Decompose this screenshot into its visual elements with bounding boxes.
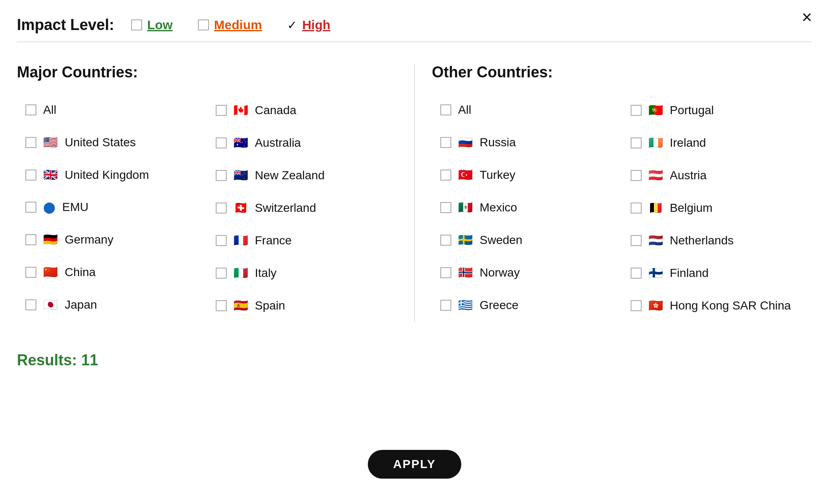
list-item[interactable]: 🇩🇪 Germany [17, 223, 207, 256]
country-name: Hong Kong SAR China [670, 299, 791, 312]
country-name: Belgium [670, 201, 713, 215]
country-checkbox[interactable] [440, 267, 451, 278]
other-countries-section: Other Countries: All 🇷🇺 Russia 🇹🇷 [432, 63, 812, 322]
country-checkbox[interactable] [216, 300, 227, 311]
country-checkbox[interactable] [216, 170, 227, 181]
country-checkbox[interactable] [216, 268, 227, 279]
country-name: Turkey [480, 168, 516, 182]
country-flag: 🇯🇵 [43, 298, 58, 312]
country-checkbox[interactable] [631, 203, 642, 214]
list-item[interactable]: 🇫🇮 Finland [622, 257, 813, 289]
filter-low[interactable]: Low [131, 18, 173, 32]
country-name: Italy [255, 266, 277, 280]
country-checkbox[interactable] [216, 203, 227, 214]
low-label: Low [147, 18, 173, 32]
country-checkbox[interactable] [25, 234, 36, 245]
country-flag: 🇷🇺 [458, 135, 473, 149]
list-item[interactable]: 🇭🇰 Hong Kong SAR China [622, 289, 813, 322]
country-checkbox[interactable] [25, 267, 36, 278]
country-checkbox[interactable] [216, 137, 227, 148]
low-checkbox[interactable] [131, 19, 142, 30]
country-checkbox[interactable] [25, 299, 36, 310]
major-countries-grid: All 🇺🇸 United States 🇬🇧 United Kingdom [17, 94, 397, 322]
list-item[interactable]: 🇦🇺 Australia [207, 126, 398, 159]
list-item[interactable]: 🇳🇿 New Zealand [207, 159, 398, 192]
list-item[interactable]: All [17, 94, 207, 126]
list-item[interactable]: 🇲🇽 Mexico [432, 191, 622, 224]
country-checkbox[interactable] [25, 104, 36, 115]
country-flag: ⬤ [43, 201, 55, 214]
list-item[interactable]: 🇫🇷 France [207, 224, 398, 257]
list-item[interactable]: All [432, 94, 622, 126]
major-countries-title: Major Countries: [17, 63, 397, 81]
major-col2: 🇨🇦 Canada 🇦🇺 Australia 🇳🇿 New Zealand [207, 94, 398, 322]
country-flag: 🇮🇹 [233, 266, 248, 280]
country-name: Mexico [480, 201, 517, 214]
list-item[interactable]: 🇬🇷 Greece [432, 289, 622, 321]
close-button[interactable]: × [802, 8, 812, 26]
modal-container: Impact Level: Low Medium ✓ High × Major … [0, 0, 829, 504]
country-name: China [65, 266, 96, 279]
list-item[interactable]: ⬤ EMU [17, 191, 207, 223]
country-checkbox[interactable] [631, 170, 642, 181]
list-item[interactable]: 🇹🇷 Turkey [432, 159, 622, 191]
other-countries-title: Other Countries: [432, 63, 812, 81]
country-checkbox[interactable] [440, 235, 451, 246]
list-item[interactable]: 🇧🇪 Belgium [622, 192, 813, 224]
country-flag: 🇸🇪 [458, 233, 473, 247]
country-checkbox[interactable] [440, 170, 451, 181]
country-checkbox[interactable] [631, 137, 642, 148]
medium-label: Medium [214, 18, 262, 32]
major-countries-section: Major Countries: All 🇺🇸 United States [17, 63, 397, 322]
country-checkbox[interactable] [631, 300, 642, 311]
list-item[interactable]: 🇦🇹 Austria [622, 159, 813, 192]
country-name: EMU [62, 200, 88, 214]
country-checkbox[interactable] [216, 235, 227, 246]
country-checkbox[interactable] [25, 137, 36, 148]
section-divider [414, 63, 415, 322]
list-item[interactable]: 🇪🇸 Spain [207, 289, 398, 322]
list-item[interactable]: 🇨🇭 Switzerland [207, 192, 398, 224]
country-checkbox[interactable] [631, 105, 642, 116]
list-item[interactable]: 🇬🇧 United Kingdom [17, 159, 207, 191]
country-checkbox[interactable] [440, 137, 451, 148]
major-col1: All 🇺🇸 United States 🇬🇧 United Kingdom [17, 94, 207, 322]
country-checkbox[interactable] [25, 170, 36, 181]
list-item[interactable]: 🇳🇱 Netherlands [622, 224, 813, 257]
country-flag: 🇦🇹 [648, 168, 663, 182]
list-item[interactable]: 🇮🇹 Italy [207, 257, 398, 289]
list-item[interactable]: 🇮🇪 Ireland [622, 126, 813, 159]
country-checkbox[interactable] [631, 268, 642, 279]
country-checkbox[interactable] [440, 104, 451, 115]
country-name: United Kingdom [65, 168, 149, 182]
list-item[interactable]: 🇸🇪 Sweden [432, 224, 622, 256]
list-item[interactable]: 🇨🇦 Canada [207, 94, 398, 126]
country-flag: 🇨🇦 [233, 103, 248, 117]
country-name: France [255, 234, 292, 247]
medium-checkbox[interactable] [198, 19, 209, 30]
list-item[interactable]: 🇯🇵 Japan [17, 288, 207, 321]
country-name: Germany [65, 233, 113, 247]
country-checkbox[interactable] [440, 300, 451, 311]
apply-button[interactable]: APPLY [368, 450, 461, 479]
country-name: Russia [480, 136, 516, 149]
country-flag: 🇬🇷 [458, 298, 473, 312]
list-item[interactable]: 🇨🇳 China [17, 256, 207, 288]
country-checkbox[interactable] [216, 105, 227, 116]
list-item[interactable]: 🇺🇸 United States [17, 126, 207, 159]
country-name: Portugal [670, 104, 714, 117]
country-name: All [458, 103, 471, 117]
filter-medium[interactable]: Medium [198, 18, 262, 32]
list-item[interactable]: 🇳🇴 Norway [432, 256, 622, 289]
country-flag: 🇨🇭 [233, 201, 248, 215]
country-flag: 🇭🇰 [648, 299, 663, 312]
country-checkbox[interactable] [440, 202, 451, 213]
country-flag: 🇲🇽 [458, 200, 473, 214]
country-checkbox[interactable] [25, 202, 36, 213]
list-item[interactable]: 🇷🇺 Russia [432, 126, 622, 159]
country-checkbox[interactable] [631, 235, 642, 246]
footer: Results: 11 APPLY [17, 343, 812, 369]
other-col1: All 🇷🇺 Russia 🇹🇷 Turkey 🇲🇽 [432, 94, 622, 322]
filter-high[interactable]: ✓ High [287, 18, 330, 32]
list-item[interactable]: 🇵🇹 Portugal [622, 94, 813, 126]
